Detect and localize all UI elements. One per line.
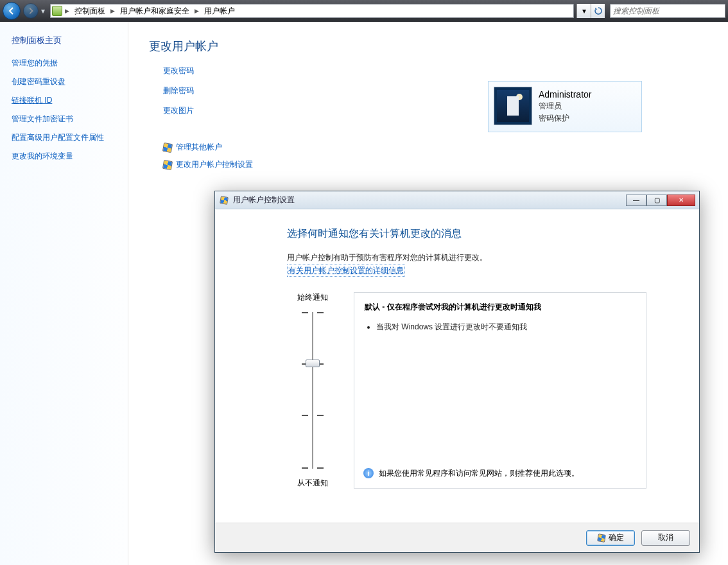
sidebar-link[interactable]: 创建密码重设盘: [12, 76, 116, 87]
dialog-description: 用户帐户控制有助于预防有害程序对您的计算机进行更改。: [287, 252, 646, 263]
sidebar-title[interactable]: 控制面板主页: [12, 35, 116, 46]
avatar: [494, 87, 532, 125]
sidebar-link[interactable]: 配置高级用户配置文件属性: [12, 132, 116, 143]
minimize-button[interactable]: —: [626, 195, 646, 206]
uac-level-info-panel: 默认 - 仅在程序尝试对我的计算机进行更改时通知我 当我对 Windows 设置…: [354, 292, 646, 489]
cancel-button-label: 取消: [658, 532, 673, 543]
shield-icon: [219, 195, 229, 205]
dialog-title: 用户帐户控制设置: [233, 195, 295, 205]
info-tip-text: 如果您使用常见程序和访问常见网站，则推荐使用此选项。: [379, 468, 579, 479]
nav-back-button[interactable]: [3, 2, 21, 20]
action-change-password[interactable]: 更改密码: [163, 65, 707, 76]
slider-label-always: 始终通知: [297, 292, 328, 303]
page-title: 更改用户帐户: [149, 39, 707, 54]
breadcrumb-item[interactable]: 用户帐户和家庭安全: [117, 6, 192, 17]
slider-label-never: 从不通知: [297, 478, 328, 489]
sidebar-link[interactable]: 管理文件加密证书: [12, 114, 116, 125]
dialog-titlebar[interactable]: 用户帐户控制设置 — ▢ ✕: [215, 191, 699, 209]
sidebar-link[interactable]: 更改我的环境变量: [12, 151, 116, 162]
shield-icon: [597, 534, 606, 543]
nav-forward-button[interactable]: [23, 3, 39, 19]
dialog-more-info-link[interactable]: 有关用户帐户控制设置的详细信息: [287, 265, 405, 277]
close-button[interactable]: ✕: [667, 195, 695, 206]
sidebar: 控制面板主页 管理您的凭据 创建密码重设盘 链接联机 ID 管理文件加密证书 配…: [0, 22, 128, 565]
breadcrumb-arrow-icon: ▶: [193, 8, 200, 14]
maximize-button[interactable]: ▢: [646, 195, 667, 206]
explorer-navbar: ▾ ▶ 控制面板 ▶ 用户帐户和家庭安全 ▶ 用户帐户 ▾ 搜索控制面板: [0, 0, 728, 22]
uac-settings-dialog: 用户帐户控制设置 — ▢ ✕ 选择何时通知您有关计算机更改的消息 用户帐户控制有…: [214, 191, 700, 553]
breadcrumb-item[interactable]: 控制面板: [72, 6, 108, 17]
user-account-card: Administrator 管理员 密码保护: [488, 81, 642, 132]
shield-icon: [162, 142, 173, 152]
nav-history-dropdown[interactable]: ▾: [41, 2, 48, 20]
address-bar[interactable]: ▶ 控制面板 ▶ 用户帐户和家庭安全 ▶ 用户帐户: [50, 4, 574, 18]
user-protection: 密码保护: [539, 113, 591, 124]
info-title: 默认 - 仅在程序尝试对我的计算机进行更改时通知我: [365, 302, 636, 313]
dialog-footer: 确定 取消: [215, 523, 699, 552]
dialog-heading: 选择何时通知您有关计算机更改的消息: [287, 227, 646, 241]
uac-slider[interactable]: 始终通知 从不通知: [287, 292, 338, 489]
breadcrumb-item[interactable]: 用户帐户: [202, 6, 238, 17]
slider-track[interactable]: [312, 312, 313, 469]
refresh-button[interactable]: [591, 4, 605, 18]
ok-button[interactable]: 确定: [586, 530, 635, 546]
ok-button-label: 确定: [609, 532, 624, 543]
user-role: 管理员: [539, 101, 591, 112]
search-input[interactable]: 搜索控制面板: [610, 4, 725, 18]
sidebar-link[interactable]: 管理您的凭据: [12, 58, 116, 69]
user-name: Administrator: [539, 89, 591, 100]
info-bullet: 当我对 Windows 设置进行更改时不要通知我: [376, 322, 636, 333]
info-icon: i: [363, 468, 374, 478]
slider-thumb[interactable]: [306, 360, 320, 367]
sidebar-link[interactable]: 链接联机 ID: [12, 95, 116, 106]
action-change-uac-settings[interactable]: 更改用户帐户控制设置: [176, 159, 253, 170]
breadcrumb-arrow-icon: ▶: [64, 8, 71, 14]
action-manage-other-accounts[interactable]: 管理其他帐户: [176, 142, 222, 153]
cancel-button[interactable]: 取消: [641, 530, 690, 546]
address-dropdown-button[interactable]: ▾: [576, 4, 591, 18]
control-panel-icon: [52, 6, 62, 16]
search-placeholder: 搜索控制面板: [613, 6, 659, 17]
breadcrumb-arrow-icon: ▶: [109, 8, 116, 14]
shield-icon: [162, 159, 173, 170]
